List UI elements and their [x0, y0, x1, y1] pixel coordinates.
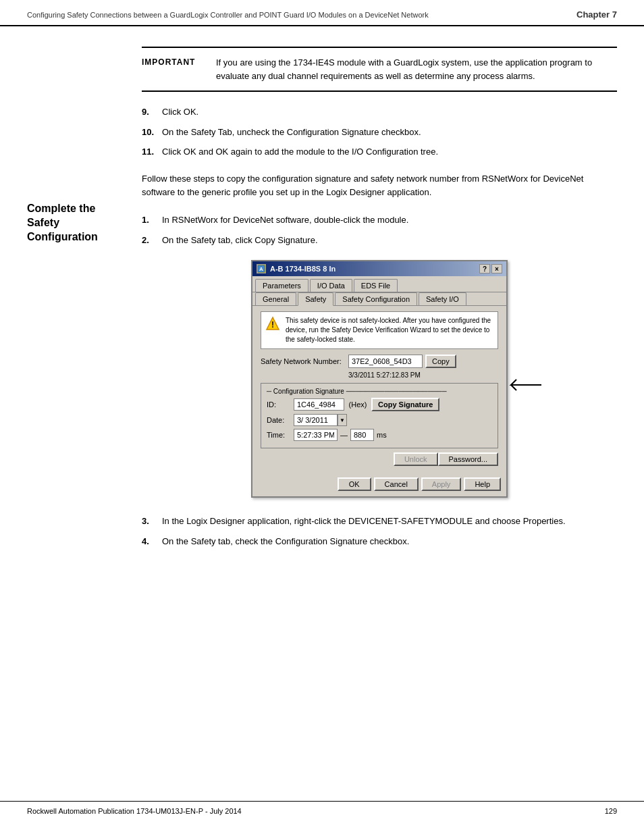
list-item: 10. On the Safety Tab, uncheck the Confi… [142, 126, 617, 139]
help-button[interactable]: ? [479, 264, 490, 273]
timestamp-row: 3/3/2011 5:27:12.83 PM [348, 371, 498, 379]
page-footer: Rockwell Automation Publication 1734-UM0… [0, 801, 644, 820]
step-num: 3. [142, 515, 162, 528]
list-item: 3. In the Logix Designer application, ri… [142, 515, 617, 528]
id-input[interactable] [294, 398, 344, 411]
hex-label: (Hex) [344, 400, 371, 409]
page-header: Configuring Safety Connections between a… [0, 0, 644, 26]
safety-network-input[interactable] [348, 355, 423, 368]
tab-row-1: Parameters I/O Data EDS File [252, 276, 506, 292]
main-content: IMPORTANT If you are using the 1734-IE4S… [142, 26, 617, 561]
important-label: IMPORTANT [142, 56, 216, 82]
dialog-window: A A-B 1734-IB8S 8 In ? × Parameters [251, 260, 508, 498]
copy-signature-button[interactable]: Copy Signature [371, 398, 439, 411]
step-text: On the Safety Tab, uncheck the Configura… [162, 126, 421, 139]
unlock-password-row: Unlock Password... [261, 452, 498, 466]
tab-row-2: General Safety Safety Configuration Safe… [252, 292, 506, 306]
time-input[interactable] [294, 429, 338, 441]
step-text: On the Safety tab, check the Configurati… [162, 535, 409, 548]
tab-io-data[interactable]: I/O Data [310, 279, 352, 292]
list-item: 9. Click OK. [142, 105, 617, 119]
list-item: 2. On the Safety tab, click Copy Signatu… [142, 234, 617, 247]
step-text: Click OK and OK again to add the module … [162, 145, 438, 159]
unlock-button[interactable]: Unlock [394, 452, 438, 466]
dialog-titlebar: A A-B 1734-IB8S 8 In ? × [252, 261, 506, 276]
titlebar-left: A A-B 1734-IB8S 8 In [257, 264, 336, 273]
sig-section-title: ─ Configuration Signature ──────────────… [267, 388, 492, 395]
step-text: In RSNetWorx for DeviceNet software, dou… [162, 213, 408, 227]
important-text: If you are using the 1734-IE4S module wi… [216, 56, 617, 82]
dialog-body: ! This safety device is not safety-locke… [252, 306, 506, 475]
section-heading: Complete the Safety Configuration [27, 202, 128, 244]
ms-unit-label: ms [377, 431, 387, 439]
sig-date-row: Date: ▼ [267, 414, 492, 426]
dialog-container: A A-B 1734-IB8S 8 In ? × Parameters [142, 260, 617, 498]
titlebar-buttons: ? × [479, 264, 502, 273]
sig-time-row: Time: — ms [267, 429, 492, 441]
step-num: 11. [142, 145, 162, 159]
config-sig-section: ─ Configuration Signature ──────────────… [261, 383, 498, 448]
tab-safety[interactable]: Safety [298, 292, 333, 306]
section-intro: Follow these steps to copy the configura… [142, 172, 617, 201]
step-text: Click OK. [162, 105, 198, 119]
app-icon: A [257, 264, 266, 273]
header-title: Configuring Safety Connections between a… [27, 11, 429, 19]
copy-button[interactable]: Copy [425, 355, 456, 368]
footer-left: Rockwell Automation Publication 1734-UM0… [27, 807, 242, 815]
warning-icon: ! [265, 316, 280, 331]
safety-network-row: Safety Network Number: Copy [261, 355, 498, 368]
password-button[interactable]: Password... [438, 452, 498, 466]
close-button[interactable]: × [491, 264, 502, 273]
tab-general[interactable]: General [255, 292, 296, 305]
ms-input[interactable] [350, 429, 374, 441]
id-label: ID: [267, 400, 294, 409]
list-item: 4. On the Safety tab, check the Configur… [142, 535, 617, 548]
sig-id-row: ID: (Hex) Copy Signature [267, 398, 492, 411]
svg-text:!: ! [271, 320, 274, 330]
tab-safety-configuration[interactable]: Safety Configuration [335, 292, 417, 305]
content-area: Complete the Safety Configuration IMPORT… [0, 26, 644, 561]
step-num: 1. [142, 213, 162, 227]
date-dropdown[interactable]: ▼ [338, 414, 347, 426]
step-num: 2. [142, 234, 162, 247]
tab-eds-file[interactable]: EDS File [354, 279, 398, 292]
help-footer-button[interactable]: Help [464, 477, 501, 491]
pre-steps-list: 9. Click OK. 10. On the Safety Tab, unch… [142, 105, 617, 159]
footer-right: 129 [605, 807, 617, 815]
steps-list: 1. In RSNetWorx for DeviceNet software, … [142, 213, 617, 246]
date-label: Date: [267, 416, 294, 424]
svg-text:A: A [259, 266, 263, 272]
date-input[interactable] [294, 414, 338, 426]
list-item: 1. In RSNetWorx for DeviceNet software, … [142, 213, 617, 227]
arrow-annotation [504, 371, 545, 398]
safety-network-label: Safety Network Number: [261, 357, 348, 365]
step-text: On the Safety tab, click Copy Signature. [162, 234, 318, 247]
important-box: IMPORTANT If you are using the 1734-IE4S… [142, 47, 617, 92]
tab-safety-io[interactable]: Safety I/O [419, 292, 466, 305]
steps-list-2: 3. In the Logix Designer application, ri… [142, 515, 617, 548]
time-separator: — [340, 431, 348, 439]
step-text: In the Logix Designer application, right… [162, 515, 566, 528]
dialog-title: A-B 1734-IB8S 8 In [270, 265, 336, 273]
tab-parameters[interactable]: Parameters [255, 279, 308, 292]
step-num: 4. [142, 535, 162, 548]
time-label: Time: [267, 431, 294, 439]
apply-button[interactable]: Apply [421, 477, 462, 491]
step-num: 10. [142, 126, 162, 139]
warning-text: This safety device is not safety-locked.… [286, 316, 493, 344]
dialog-footer: OK Cancel Apply Help [252, 475, 506, 496]
list-item: 11. Click OK and OK again to add the mod… [142, 145, 617, 159]
sidebar: Complete the Safety Configuration [27, 26, 142, 561]
chapter-label: Chapter 7 [576, 9, 617, 20]
dialog-warning: ! This safety device is not safety-locke… [261, 311, 498, 349]
ok-button[interactable]: OK [338, 477, 371, 491]
step-num: 9. [142, 105, 162, 119]
cancel-button[interactable]: Cancel [374, 477, 419, 491]
